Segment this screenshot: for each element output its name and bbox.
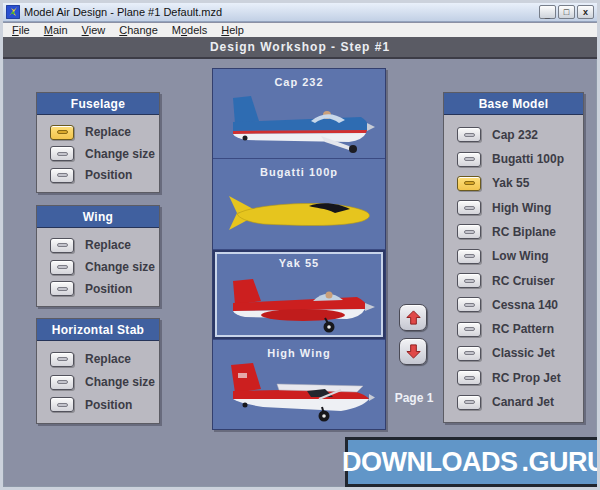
- step-banner: Design Workshop - Step #1: [3, 37, 597, 59]
- fuselage-replace-button[interactable]: [50, 125, 74, 140]
- base-model-row: RC Prop Jet: [444, 370, 583, 385]
- app-window: Model Air Design - Plane #1 Default.mzd …: [0, 0, 600, 490]
- plane-image-bugatti-100p: [223, 180, 375, 244]
- base-model-low-wing-label: Low Wing: [492, 249, 549, 263]
- base-model-cap-232-button[interactable]: [457, 127, 481, 142]
- base-model-canard-jet-label: Canard Jet: [492, 395, 554, 409]
- base-model-rc-cruiser-button[interactable]: [457, 273, 481, 288]
- watermark-text-right: .GURU: [522, 447, 600, 478]
- base-model-classic-jet-button[interactable]: [457, 346, 481, 361]
- base-model-row: Classic Jet: [444, 346, 583, 361]
- app-icon: [6, 5, 20, 19]
- preview-bugatti-100p[interactable]: Bugatti 100p: [213, 159, 385, 249]
- panel-base-model-title: Base Model: [444, 93, 583, 115]
- preview-high-wing-label: High Wing: [267, 347, 330, 359]
- wing-replace-button[interactable]: [50, 238, 74, 253]
- window-title: Model Air Design - Plane #1 Default.mzd: [24, 6, 535, 18]
- fuselage-change-size-button[interactable]: [50, 146, 74, 161]
- base-model-rc-prop-jet-button[interactable]: [457, 370, 481, 385]
- menu-file[interactable]: File: [5, 24, 37, 36]
- wing-changesize-row: Change size: [37, 260, 159, 275]
- wing-position-row: Position: [37, 281, 159, 296]
- base-model-canard-jet-button[interactable]: [457, 395, 481, 410]
- down-arrow-icon: [405, 343, 422, 360]
- base-model-bugatti-100p-label: Bugatti 100p: [492, 152, 564, 166]
- button-dash-icon: [464, 181, 475, 185]
- up-arrow-icon: [405, 309, 422, 326]
- hstab-changesize-row: Change size: [37, 375, 159, 390]
- wing-replace-row: Replace: [37, 238, 159, 253]
- button-dash-icon: [57, 173, 68, 177]
- title-bar[interactable]: Model Air Design - Plane #1 Default.mzd …: [3, 3, 597, 22]
- button-dash-icon: [464, 133, 475, 137]
- preview-bugatti-100p-label: Bugatti 100p: [260, 166, 338, 178]
- base-model-rc-biplane-button[interactable]: [457, 224, 481, 239]
- base-model-bugatti-100p-button[interactable]: [457, 152, 481, 167]
- menu-view[interactable]: View: [75, 24, 113, 36]
- step-banner-title: Design Workshop - Step #1: [210, 40, 390, 54]
- menu-help[interactable]: Help: [214, 24, 251, 36]
- button-dash-icon: [464, 376, 475, 380]
- button-dash-icon: [57, 380, 68, 384]
- menu-models[interactable]: Models: [165, 24, 214, 36]
- base-model-yak-55-label: Yak 55: [492, 176, 529, 190]
- preview-high-wing[interactable]: High Wing: [213, 340, 385, 429]
- fuselage-position-button[interactable]: [50, 168, 74, 183]
- hstab-change-size-button[interactable]: [50, 375, 74, 390]
- wing-change-size-button[interactable]: [50, 260, 74, 275]
- fuselage-changesize-row: Change size: [37, 146, 159, 161]
- maximize-button[interactable]: □: [558, 5, 575, 19]
- base-model-classic-jet-label: Classic Jet: [492, 346, 555, 360]
- plane-image-cap-232: [223, 90, 375, 154]
- downloads-guru-watermark[interactable]: DOWNLOADS .GURU: [345, 437, 600, 487]
- base-model-row: Cessna 140: [444, 297, 583, 312]
- wing-position-label: Position: [85, 282, 132, 296]
- preview-yak-55[interactable]: Yak 55: [213, 250, 385, 340]
- base-model-row: RC Pattern: [444, 322, 583, 337]
- menu-bar: File Main View Change Models Help: [3, 23, 597, 37]
- base-model-row: High Wing: [444, 200, 583, 215]
- plane-image-yak-55: [223, 271, 375, 335]
- base-model-row: Cap 232: [444, 127, 583, 142]
- panel-fuselage: Fuselage Replace Change size Position: [36, 92, 160, 193]
- base-model-cap-232-label: Cap 232: [492, 128, 538, 142]
- page-down-button[interactable]: [399, 338, 427, 365]
- page-indicator: Page 1: [389, 391, 439, 405]
- base-model-cessna-140-button[interactable]: [457, 297, 481, 312]
- wing-position-button[interactable]: [50, 281, 74, 296]
- menu-main[interactable]: Main: [37, 24, 75, 36]
- button-dash-icon: [57, 243, 68, 247]
- base-model-yak-55-button[interactable]: [457, 176, 481, 191]
- page-up-button[interactable]: [399, 304, 427, 331]
- plane-image-high-wing: [223, 361, 375, 425]
- button-dash-icon: [57, 130, 68, 134]
- panel-wing-title: Wing: [37, 206, 159, 228]
- hstab-change-size-label: Change size: [85, 375, 155, 389]
- hstab-position-button[interactable]: [50, 397, 74, 412]
- preview-cap-232[interactable]: Cap 232: [213, 69, 385, 159]
- base-model-low-wing-button[interactable]: [457, 249, 481, 264]
- fuselage-replace-label: Replace: [85, 125, 131, 139]
- wing-change-size-label: Change size: [85, 260, 155, 274]
- button-dash-icon: [464, 351, 475, 355]
- close-button[interactable]: x: [577, 5, 594, 19]
- panel-fuselage-title: Fuselage: [37, 93, 159, 115]
- button-dash-icon: [57, 357, 68, 361]
- button-dash-icon: [464, 254, 475, 258]
- model-preview-list: Cap 232 Bugatti 100p: [212, 68, 386, 430]
- panel-horizontal-stab: Horizontal Stab Replace Change size Posi…: [36, 318, 160, 424]
- base-model-row: Low Wing: [444, 249, 583, 264]
- base-model-rc-cruiser-label: RC Cruiser: [492, 274, 555, 288]
- minimize-button[interactable]: _: [539, 5, 556, 19]
- base-model-rc-pattern-button[interactable]: [457, 322, 481, 337]
- base-model-high-wing-button[interactable]: [457, 200, 481, 215]
- base-model-row: RC Biplane: [444, 224, 583, 239]
- base-model-cessna-140-label: Cessna 140: [492, 298, 558, 312]
- panel-horizontal-stab-title: Horizontal Stab: [37, 319, 159, 341]
- base-model-row: Bugatti 100p: [444, 152, 583, 167]
- button-dash-icon: [464, 303, 475, 307]
- menu-change[interactable]: Change: [112, 24, 165, 36]
- hstab-replace-button[interactable]: [50, 352, 74, 367]
- base-model-high-wing-label: High Wing: [492, 201, 551, 215]
- button-dash-icon: [464, 279, 475, 283]
